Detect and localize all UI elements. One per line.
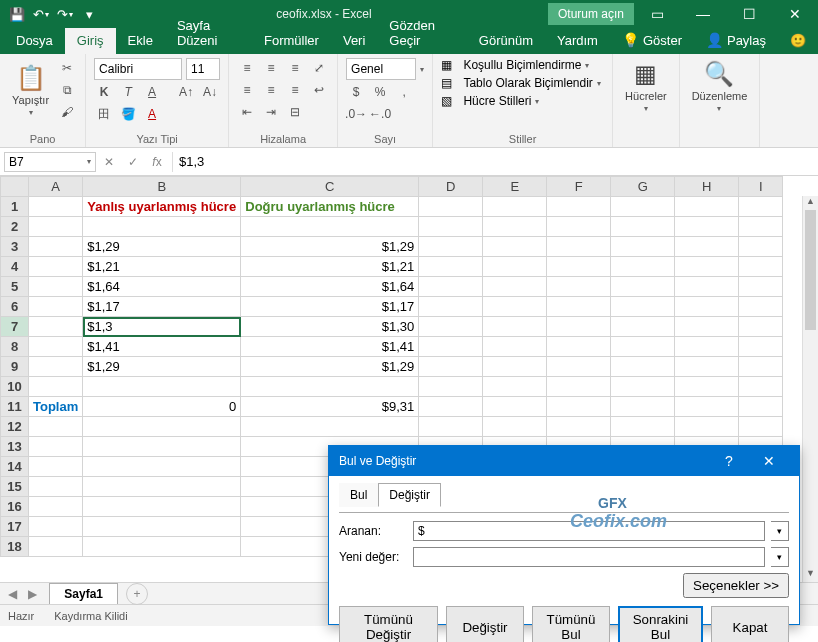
row-header[interactable]: 5 [1, 277, 29, 297]
cells-button[interactable]: ▦ Hücreler▾ [621, 58, 671, 115]
cell[interactable]: $1,29 [241, 237, 419, 257]
dialog-tab-find[interactable]: Bul [339, 483, 378, 507]
tab-view[interactable]: Görünüm [467, 28, 545, 54]
merge-icon[interactable]: ⊟ [285, 102, 305, 122]
col-header[interactable]: F [547, 177, 611, 197]
col-header[interactable]: A [29, 177, 83, 197]
font-color-icon[interactable]: A [142, 104, 162, 124]
copy-icon[interactable]: ⧉ [57, 80, 77, 100]
row-header[interactable]: 11 [1, 397, 29, 417]
options-button[interactable]: Seçenekler >> [683, 573, 789, 598]
align-middle-icon[interactable]: ≡ [261, 58, 281, 78]
dialog-help-icon[interactable]: ? [709, 446, 749, 476]
accounting-icon[interactable]: $ [346, 82, 366, 102]
col-header[interactable]: G [611, 177, 675, 197]
row-header[interactable]: 9 [1, 357, 29, 377]
align-center-icon[interactable]: ≡ [261, 80, 281, 100]
fill-color-icon[interactable]: 🪣 [118, 104, 138, 124]
row-header[interactable]: 2 [1, 217, 29, 237]
minimize-icon[interactable]: — [680, 0, 726, 28]
row-header[interactable]: 14 [1, 457, 29, 477]
replace-all-button[interactable]: Tümünü Değiştir [339, 606, 438, 642]
col-header[interactable]: H [675, 177, 739, 197]
orientation-icon[interactable]: ⤢ [309, 58, 329, 78]
sign-in-button[interactable]: Oturum açın [548, 3, 634, 25]
scroll-up-icon[interactable]: ▲ [803, 196, 818, 210]
new-sheet-button[interactable]: + [126, 583, 148, 605]
find-next-button[interactable]: Sonrakini Bul [618, 606, 703, 642]
row-header[interactable]: 1 [1, 197, 29, 217]
font-family-input[interactable] [94, 58, 182, 80]
row-header[interactable]: 13 [1, 437, 29, 457]
cell[interactable]: $1,64 [83, 277, 241, 297]
col-header[interactable]: C [241, 177, 419, 197]
share-button[interactable]: 👤Paylaş [694, 27, 778, 54]
align-top-icon[interactable]: ≡ [237, 58, 257, 78]
bold-button[interactable]: K [94, 82, 114, 102]
maximize-icon[interactable]: ☐ [726, 0, 772, 28]
row-header[interactable]: 3 [1, 237, 29, 257]
vertical-scrollbar[interactable]: ▲ ▼ [802, 196, 818, 582]
editing-button[interactable]: 🔍 Düzenleme▾ [688, 58, 752, 115]
row-header[interactable]: 18 [1, 537, 29, 557]
replace-history-dropdown[interactable]: ▾ [771, 547, 789, 567]
cell[interactable]: $1,17 [83, 297, 241, 317]
find-all-button[interactable]: Tümünü Bul [532, 606, 610, 642]
indent-dec-icon[interactable]: ⇤ [237, 102, 257, 122]
cell[interactable]: $1,21 [83, 257, 241, 277]
cell[interactable]: Yanlış uyarlanmış hücre [83, 197, 241, 217]
row-header[interactable]: 17 [1, 517, 29, 537]
active-cell[interactable]: $1,3 [83, 317, 241, 337]
cell[interactable]: $1,41 [241, 337, 419, 357]
cell[interactable]: $1,64 [241, 277, 419, 297]
cancel-formula-icon[interactable]: ✕ [100, 155, 118, 169]
shrink-font-icon[interactable]: A↓ [200, 82, 220, 102]
cell[interactable]: Toplam [29, 397, 83, 417]
indent-inc-icon[interactable]: ⇥ [261, 102, 281, 122]
tab-insert[interactable]: Ekle [116, 28, 165, 54]
italic-button[interactable]: T [118, 82, 138, 102]
col-header[interactable]: D [419, 177, 483, 197]
row-header[interactable]: 12 [1, 417, 29, 437]
cell[interactable]: $1,30 [241, 317, 419, 337]
scroll-down-icon[interactable]: ▼ [803, 568, 818, 582]
paste-button[interactable]: 📋 Yapıştır ▾ [8, 62, 53, 119]
cell[interactable]: $1,17 [241, 297, 419, 317]
dec-decimal-icon[interactable]: ←.0 [370, 104, 390, 124]
find-input[interactable] [413, 521, 765, 541]
select-all[interactable] [1, 177, 29, 197]
tab-data[interactable]: Veri [331, 28, 377, 54]
close-button[interactable]: Kapat [711, 606, 789, 642]
fx-icon[interactable]: fx [148, 155, 166, 169]
cut-icon[interactable]: ✂ [57, 58, 77, 78]
row-header[interactable]: 4 [1, 257, 29, 277]
redo-icon[interactable]: ↷▾ [54, 3, 76, 25]
font-size-input[interactable] [186, 58, 220, 80]
grow-font-icon[interactable]: A↑ [176, 82, 196, 102]
enter-formula-icon[interactable]: ✓ [124, 155, 142, 169]
cell[interactable]: $1,29 [83, 237, 241, 257]
wrap-text-icon[interactable]: ↩ [309, 80, 329, 100]
tab-file[interactable]: Dosya [4, 28, 65, 54]
row-header[interactable]: 8 [1, 337, 29, 357]
col-header[interactable]: B [83, 177, 241, 197]
ribbon-options-icon[interactable]: ▭ [634, 0, 680, 28]
cell[interactable]: $1,21 [241, 257, 419, 277]
borders-icon[interactable]: 田 [94, 104, 114, 124]
dialog-tab-replace[interactable]: Değiştir [378, 483, 441, 507]
undo-icon[interactable]: ↶▾ [30, 3, 52, 25]
close-icon[interactable]: ✕ [772, 0, 818, 28]
formula-input[interactable] [172, 152, 798, 172]
tab-home[interactable]: Giriş [65, 28, 116, 54]
replace-input[interactable] [413, 547, 765, 567]
save-icon[interactable]: 💾 [6, 3, 28, 25]
cell[interactable]: $1,29 [241, 357, 419, 377]
replace-button[interactable]: Değiştir [446, 606, 524, 642]
percent-icon[interactable]: % [370, 82, 390, 102]
dialog-titlebar[interactable]: Bul ve Değiştir ? ✕ [329, 446, 799, 476]
comma-icon[interactable]: , [394, 82, 414, 102]
scroll-thumb[interactable] [805, 210, 816, 330]
col-header[interactable]: E [483, 177, 547, 197]
cell-styles-button[interactable]: ▧ Hücre Stilleri▾ [441, 94, 604, 108]
sheet-tab[interactable]: Sayfa1 [49, 583, 118, 604]
